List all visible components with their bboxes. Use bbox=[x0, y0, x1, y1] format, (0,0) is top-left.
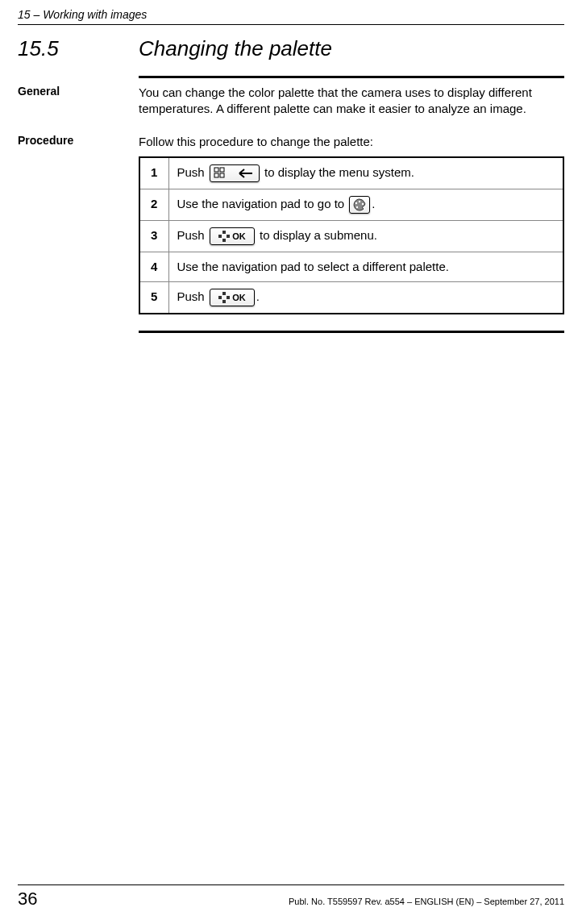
palette-icon bbox=[349, 196, 370, 214]
table-row: 2Use the navigation pad to go to . bbox=[139, 189, 563, 220]
svg-rect-1 bbox=[220, 168, 224, 172]
svg-rect-9 bbox=[222, 239, 226, 242]
step-text-after: . bbox=[372, 197, 375, 210]
svg-rect-15 bbox=[227, 296, 230, 299]
step-number: 1 bbox=[139, 157, 168, 189]
step-text: Push OK to display a submenu. bbox=[168, 220, 563, 252]
footer-text: Publ. No. T559597 Rev. a554 – ENGLISH (E… bbox=[289, 897, 564, 906]
rule-bottom bbox=[139, 331, 564, 333]
procedure-table: 1Push to display the menu system.2Use th… bbox=[139, 156, 564, 314]
svg-rect-8 bbox=[222, 231, 226, 234]
svg-rect-14 bbox=[218, 296, 222, 299]
step-text-before: Push bbox=[177, 289, 208, 303]
running-header: 15 – Working with images bbox=[18, 8, 564, 25]
step-text-after: . bbox=[256, 289, 260, 303]
page-footer: 36 Publ. No. T559597 Rev. a554 – ENGLISH… bbox=[18, 884, 564, 909]
section-heading: 15.5 Changing the palette bbox=[18, 36, 564, 61]
rule-top bbox=[139, 76, 564, 78]
step-number: 3 bbox=[139, 220, 168, 252]
table-row: 4Use the navigation pad to select a diff… bbox=[139, 252, 563, 281]
step-text-after: to display the menu system. bbox=[261, 165, 414, 179]
step-number: 4 bbox=[139, 252, 168, 281]
step-text-before: Push bbox=[177, 228, 208, 242]
step-number: 2 bbox=[139, 189, 168, 220]
svg-rect-3 bbox=[220, 173, 224, 177]
select-ok-button-icon: OK bbox=[210, 227, 255, 245]
svg-rect-2 bbox=[214, 173, 218, 177]
page-number: 36 bbox=[18, 889, 37, 909]
table-row: 3Push OK to display a submenu. bbox=[139, 220, 563, 252]
section-number: 15.5 bbox=[18, 36, 139, 61]
step-text: Push to display the menu system. bbox=[168, 157, 563, 189]
svg-rect-0 bbox=[214, 168, 218, 172]
step-text-before: Use the navigation pad to go to bbox=[177, 197, 348, 210]
step-text: Push OK. bbox=[168, 282, 563, 314]
section-title: Changing the palette bbox=[139, 36, 332, 61]
procedure-block: Procedure Follow this procedure to chang… bbox=[18, 134, 564, 315]
general-block: General You can change the color palette… bbox=[18, 85, 564, 118]
procedure-intro: Follow this procedure to change the pale… bbox=[139, 134, 564, 150]
svg-rect-11 bbox=[227, 235, 230, 238]
svg-rect-10 bbox=[218, 235, 222, 238]
svg-rect-13 bbox=[222, 300, 226, 303]
table-row: 1Push to display the menu system. bbox=[139, 157, 563, 189]
general-text: You can change the color palette that th… bbox=[139, 85, 564, 118]
step-text: Use the navigation pad to go to . bbox=[168, 189, 563, 220]
step-number: 5 bbox=[139, 282, 168, 314]
svg-point-6 bbox=[362, 203, 364, 205]
svg-point-4 bbox=[355, 202, 357, 204]
select-ok-button-icon: OK bbox=[210, 289, 255, 306]
svg-rect-12 bbox=[222, 292, 226, 295]
svg-point-5 bbox=[359, 201, 360, 202]
menu-back-button-icon bbox=[210, 164, 260, 182]
table-row: 5Push OK. bbox=[139, 282, 563, 314]
procedure-label: Procedure bbox=[18, 134, 139, 315]
step-text-before: Use the navigation pad to select a diffe… bbox=[177, 260, 449, 273]
step-text: Use the navigation pad to select a diffe… bbox=[168, 252, 563, 281]
general-label: General bbox=[18, 85, 139, 118]
step-text-before: Push bbox=[177, 165, 208, 179]
svg-point-7 bbox=[356, 206, 358, 208]
step-text-after: to display a submenu. bbox=[256, 228, 377, 242]
